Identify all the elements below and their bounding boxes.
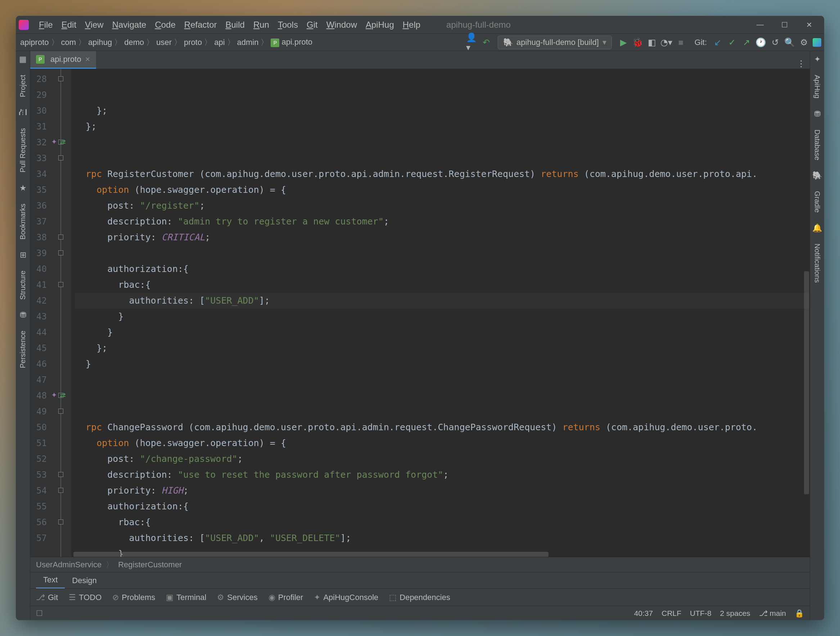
code-line[interactable]: authorities: ["USER_ADD"];	[75, 293, 810, 309]
fold-handle[interactable]	[58, 409, 63, 414]
maximize-button[interactable]: ☐	[780, 20, 789, 30]
file-tab[interactable]: P api.proto ✕	[30, 51, 96, 69]
menu-tools[interactable]: Tools	[273, 17, 302, 32]
code-area[interactable]: }; }; rpc RegisterCustomer (com.apihug.d…	[71, 69, 810, 557]
tool-pull-requests[interactable]: Pull Requests	[17, 124, 28, 176]
code-line[interactable]: }	[75, 324, 810, 340]
code-line[interactable]: rpc ChangePassword (com.apihug.demo.user…	[75, 419, 810, 435]
fold-handle[interactable]	[58, 235, 63, 239]
code-line[interactable]: rpc RegisterCustomer (com.apihug.demo.us…	[75, 166, 810, 182]
fold-handle[interactable]	[58, 250, 63, 255]
code-line[interactable]: option (hope.swagger.operation) = {	[75, 182, 810, 198]
menu-edit[interactable]: Edit	[57, 17, 81, 32]
code-line[interactable]: };	[75, 103, 810, 119]
fold-handle[interactable]	[58, 76, 63, 81]
editor-body[interactable]: ✔ 1 ˄ ˅ 28293031323334353637383940414243…	[30, 69, 810, 557]
breadcrumb-item[interactable]: api	[213, 38, 226, 47]
git-update-icon[interactable]: ↙	[712, 37, 723, 48]
coverage-icon[interactable]: ◧	[646, 37, 658, 48]
code-line[interactable]	[75, 388, 810, 404]
tool-database[interactable]: Database	[812, 126, 823, 164]
git-commit-icon[interactable]: ✓	[726, 37, 738, 48]
code-line[interactable]: authorities: ["USER_ADD", "USER_DELETE"]…	[75, 530, 810, 546]
api-gutter-icon[interactable]: ✦	[51, 390, 57, 399]
code-with-me-icon[interactable]: 👤▾	[466, 37, 478, 48]
tool-notifications[interactable]: Notifications	[812, 240, 823, 287]
tool-apihug[interactable]: ApiHug	[812, 71, 823, 102]
code-line[interactable]	[75, 372, 810, 388]
code-line[interactable]: option (hope.swagger.operation) = {	[75, 435, 810, 451]
fold-handle[interactable]	[58, 488, 63, 493]
tool-services[interactable]: ⚙Services	[217, 593, 257, 602]
tool-dependencies[interactable]: ⬚Dependencies	[389, 593, 450, 602]
menu-build[interactable]: Build	[221, 17, 249, 32]
mode-tab-design[interactable]: Design	[65, 573, 104, 588]
breadcrumb-item[interactable]: apiproto	[19, 38, 51, 47]
line-separator[interactable]: CRLF	[662, 609, 681, 618]
plugin-icon[interactable]	[813, 38, 821, 47]
vertical-scrollbar[interactable]	[804, 271, 809, 494]
tool-project[interactable]: Project	[17, 71, 28, 101]
code-line[interactable]: priority: CRITICAL;	[75, 230, 810, 246]
code-line[interactable]: rbac:{	[75, 277, 810, 293]
back-icon[interactable]: ↶	[480, 37, 492, 48]
menu-help[interactable]: Help	[398, 17, 425, 32]
notifications-icon[interactable]: 🔔	[812, 224, 822, 233]
code-line[interactable]: }	[75, 356, 810, 372]
git-rollback-icon[interactable]: ↺	[769, 37, 781, 48]
bookmarks-icon[interactable]: ★	[19, 183, 27, 193]
tool-problems[interactable]: ⊘Problems	[112, 593, 155, 602]
tool-gradle[interactable]: Gradle	[812, 187, 823, 216]
breadcrumb-item[interactable]: demo	[123, 38, 145, 47]
fold-handle[interactable]	[58, 472, 63, 477]
breadcrumb-item[interactable]: proto	[182, 38, 203, 47]
breadcrumb-item[interactable]: Papi.proto	[269, 38, 314, 47]
menu-git[interactable]: Git	[302, 17, 322, 32]
code-line[interactable]	[75, 246, 810, 261]
run-config-selector[interactable]: 🐘 apihug-full-demo [build] ▾	[498, 36, 612, 49]
menu-view[interactable]: View	[81, 17, 108, 32]
tool-bookmarks[interactable]: Bookmarks	[17, 200, 28, 243]
breadcrumb-item[interactable]: user	[155, 38, 173, 47]
close-icon[interactable]: ✕	[85, 55, 90, 63]
code-line[interactable]: description: "admin try to register a ne…	[75, 214, 810, 230]
code-line[interactable]: authorization:{	[75, 499, 810, 515]
nav-gutter-icon[interactable]: ⇄	[60, 390, 66, 399]
minimize-button[interactable]: —	[755, 20, 765, 30]
project-icon[interactable]: ▦	[19, 55, 27, 64]
database-icon[interactable]: ⛃	[814, 109, 821, 119]
tool-apihugconsole[interactable]: ✦ApiHugConsole	[314, 593, 378, 602]
breadcrumb-item[interactable]: apihug	[87, 38, 114, 47]
fold-handle[interactable]	[58, 520, 63, 524]
apihug-icon[interactable]: ✦	[814, 55, 821, 64]
git-history-icon[interactable]: 🕐	[755, 37, 767, 48]
nav-gutter-icon[interactable]: ⇄	[60, 137, 66, 146]
menu-file[interactable]: File	[35, 17, 57, 32]
close-button[interactable]: ✕	[804, 20, 814, 30]
api-gutter-icon[interactable]: ✦	[51, 137, 57, 146]
run-icon[interactable]: ▶	[617, 37, 629, 48]
breadcrumb-item[interactable]: com	[60, 38, 78, 47]
code-line[interactable]: };	[75, 340, 810, 356]
search-icon[interactable]: 🔍	[784, 37, 795, 48]
tool-todo[interactable]: ☰TODO	[69, 593, 101, 602]
menu-navigate[interactable]: Navigate	[108, 17, 151, 32]
menu-window[interactable]: Window	[322, 17, 362, 32]
menu-refactor[interactable]: Refactor	[180, 17, 221, 32]
mode-tab-text[interactable]: Text	[36, 572, 65, 589]
tool-terminal[interactable]: ▣Terminal	[166, 593, 206, 602]
indent-setting[interactable]: 2 spaces	[720, 609, 750, 618]
breadcrumb-item[interactable]: admin	[236, 38, 260, 47]
fold-handle[interactable]	[58, 282, 63, 287]
git-branch[interactable]: ⎇ main	[759, 609, 786, 618]
code-line[interactable]: priority: HIGH;	[75, 483, 810, 499]
tool-structure[interactable]: Structure	[17, 267, 28, 303]
code-line[interactable]	[75, 404, 810, 419]
code-line[interactable]: post: "/change-password";	[75, 451, 810, 467]
tab-menu-icon[interactable]: ⋮	[797, 59, 810, 69]
structure-crumb[interactable]: RegisterCustomer	[118, 560, 182, 570]
code-line[interactable]: post: "/register";	[75, 198, 810, 214]
caret-position[interactable]: 40:37	[634, 609, 653, 618]
tool-persistence[interactable]: Persistence	[17, 327, 28, 372]
fold-gutter[interactable]: ✦⇄✦⇄	[50, 69, 71, 557]
